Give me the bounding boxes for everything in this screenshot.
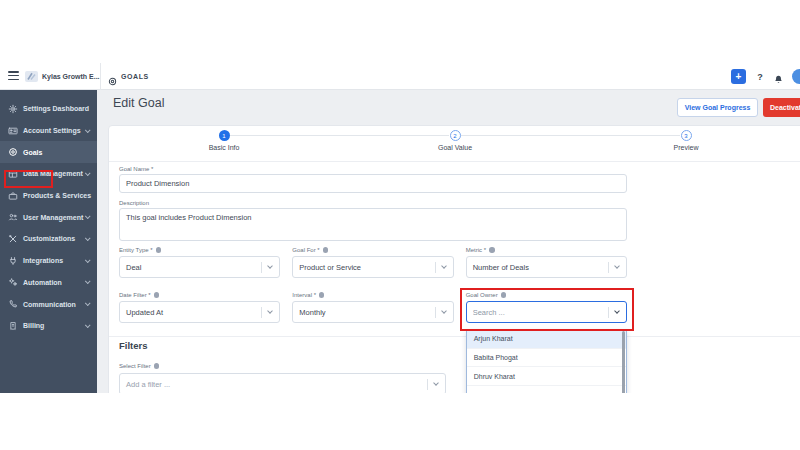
step-3-label: Preview (651, 144, 721, 151)
briefcase-icon (8, 191, 18, 201)
goal-name-label: Goal Name * (119, 166, 153, 172)
dropdown-option[interactable]: Babita Phogat (467, 349, 626, 368)
date-filter-label: Date Filter * (119, 292, 159, 298)
hamburger-menu-icon[interactable] (8, 71, 19, 82)
gears-icon (8, 277, 18, 287)
step-1-label: Basic Info (189, 144, 259, 151)
goal-owner-select[interactable] (466, 301, 627, 323)
select-filter-select[interactable]: Add a filter ... (119, 373, 446, 393)
chevron-down-icon (85, 322, 91, 328)
step-connector (230, 135, 449, 136)
chevron-down-icon (614, 263, 620, 269)
sidebar-item-user-management[interactable]: User Management (0, 206, 97, 228)
sidebar-item-label: User Management (23, 214, 83, 221)
sidebar-item-data-management[interactable]: Data Management (0, 163, 97, 185)
date-filter-select[interactable]: Updated At (119, 301, 280, 323)
users-icon (8, 212, 18, 222)
deactivate-button[interactable]: Deactivate (763, 98, 800, 117)
topbar-divider (100, 63, 101, 90)
dropdown-scrollbar[interactable] (622, 331, 625, 393)
kylas-logo (25, 71, 38, 82)
notifications-bell-icon[interactable] (773, 71, 784, 89)
tools-icon (8, 234, 18, 244)
chevron-down-icon (267, 263, 273, 269)
goal-for-select[interactable]: Product or Service (292, 256, 453, 278)
help-button[interactable]: ? (755, 63, 765, 90)
phone-icon (8, 299, 18, 309)
step-2-label: Goal Value (420, 144, 490, 151)
sidebar-item-customizations[interactable]: Customizations (0, 228, 97, 250)
id-card-icon (8, 126, 18, 136)
filters-heading: Filters (119, 340, 148, 351)
dropdown-option[interactable]: Dhruv Kharat (467, 367, 626, 386)
dropdown-option[interactable]: Arjun Kharat (467, 330, 626, 349)
section-divider (109, 161, 800, 162)
table-icon (8, 169, 18, 179)
chevron-down-icon (85, 279, 91, 285)
view-goal-progress-button[interactable]: View Goal Progress (677, 98, 758, 117)
sidebar-item-label: Data Management (23, 170, 83, 177)
entity-type-label: Entity Type * (119, 247, 161, 253)
chevron-down-icon (441, 308, 447, 314)
sidebar-nav: Settings Dashboard Account Settings Goal… (0, 98, 97, 337)
goal-owner-dropdown: Arjun Kharat Babita Phogat Dhruv Kharat (466, 330, 627, 393)
interval-select[interactable]: Monthly (292, 301, 453, 323)
user-avatar[interactable] (792, 69, 800, 84)
step-connector (461, 135, 680, 136)
info-icon (154, 363, 160, 369)
chevron-down-icon (441, 263, 447, 269)
chevron-down-icon (85, 257, 91, 263)
quick-add-button[interactable]: + (731, 69, 746, 84)
sidebar-item-integrations[interactable]: Integrations (0, 250, 97, 272)
edit-goal-card: 1 2 3 Basic Info Goal Value Preview Goal… (108, 125, 800, 393)
sidebar-item-goals[interactable]: Goals (0, 141, 97, 163)
chevron-down-icon (85, 300, 91, 306)
sidebar-item-label: Billing (23, 322, 44, 329)
sidebar-item-label: Automation (23, 279, 62, 286)
dropdown-option-partial[interactable] (467, 386, 626, 393)
info-icon (156, 247, 162, 253)
sidebar-item-label: Settings Dashboard (23, 105, 89, 112)
sidebar-item-products-services[interactable]: Products & Services (0, 185, 97, 207)
chevron-down-icon (85, 235, 91, 241)
select-filter-label: Select Filter (119, 363, 159, 369)
step-1-circle[interactable]: 1 (219, 130, 230, 141)
metric-label: Metric * (466, 247, 495, 253)
screenshot-stage: Kylas Growth E... GOALS + ? Settings Das… (0, 0, 800, 450)
goal-owner-search-input[interactable] (467, 308, 608, 317)
chevron-down-icon (267, 308, 273, 314)
page-breadcrumb-title: GOALS (121, 63, 149, 90)
metric-select[interactable]: Number of Deals (466, 256, 627, 278)
interval-label: Interval * (292, 292, 324, 298)
step-3-circle[interactable]: 3 (681, 130, 692, 141)
step-2-circle[interactable]: 2 (450, 130, 461, 141)
gear-icon (8, 104, 18, 114)
target-icon (108, 72, 117, 90)
sidebar-item-label: Integrations (23, 257, 63, 264)
receipt-icon (8, 321, 18, 331)
page-title: Edit Goal (113, 96, 164, 110)
entity-type-select[interactable]: Deal (119, 256, 280, 278)
sidebar-item-account-settings[interactable]: Account Settings (0, 120, 97, 142)
app-name: Kylas Growth E... (42, 63, 100, 90)
chevron-down-icon (85, 170, 91, 176)
settings-sidebar: Settings Dashboard Account Settings Goal… (0, 90, 97, 393)
sidebar-item-label: Communication (23, 301, 76, 308)
sidebar-item-automation[interactable]: Automation (0, 272, 97, 294)
sidebar-item-label: Account Settings (23, 127, 81, 134)
chevron-down-icon (85, 127, 91, 133)
info-icon (323, 247, 329, 253)
sidebar-item-settings-dashboard[interactable]: Settings Dashboard (0, 98, 97, 120)
section-divider (109, 336, 800, 337)
goal-name-input[interactable] (119, 174, 627, 193)
info-icon (319, 292, 325, 298)
sidebar-item-label: Products & Services (23, 192, 91, 199)
sidebar-item-billing[interactable]: Billing (0, 315, 97, 337)
top-bar: Kylas Growth E... GOALS + ? (0, 63, 800, 90)
sidebar-item-communication[interactable]: Communication (0, 293, 97, 315)
sidebar-item-label: Goals (23, 149, 42, 156)
sidebar-item-label: Customizations (23, 235, 75, 242)
info-icon (154, 292, 160, 298)
plug-icon (8, 256, 18, 266)
description-textarea[interactable]: This goal includes Product Dimension (119, 208, 627, 241)
